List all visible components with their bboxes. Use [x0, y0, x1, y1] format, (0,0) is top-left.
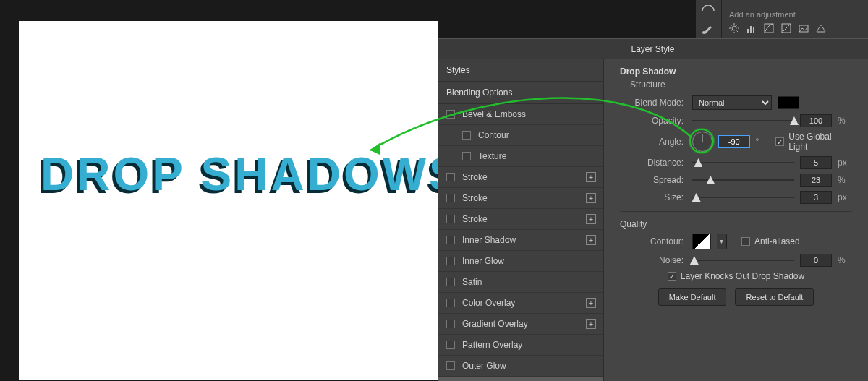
checkbox-icon[interactable]: [446, 236, 455, 244]
style-row-label: Satin: [462, 277, 482, 287]
annotation-highlight-ring: [689, 129, 714, 153]
style-row-contour[interactable]: Contour: [438, 125, 603, 146]
levels-icon[interactable]: [746, 23, 757, 33]
shadow-color-swatch[interactable]: [778, 96, 799, 109]
style-row-satin[interactable]: Satin: [438, 272, 603, 293]
checkbox-icon[interactable]: [462, 152, 471, 160]
spread-unit: %: [838, 175, 852, 185]
noise-label: Noise:: [620, 255, 692, 265]
checkbox-icon: [775, 137, 784, 146]
adjustments-panel: Add an adjustment: [696, 0, 868, 40]
svg-rect-13: [765, 24, 773, 33]
style-row-label: Outer Glow: [462, 361, 506, 371]
use-global-light-checkbox[interactable]: Use Global Light: [775, 132, 852, 152]
noise-slider[interactable]: [692, 255, 794, 265]
style-row-drop-shadow[interactable]: Drop Shadow+: [438, 377, 603, 381]
svg-point-0: [702, 31, 705, 34]
angle-unit: °: [756, 137, 770, 147]
dialog-title: Layer Style: [438, 39, 868, 59]
add-effect-icon[interactable]: +: [586, 235, 596, 245]
anti-aliased-checkbox[interactable]: Anti-aliased: [741, 236, 800, 247]
style-row-inner-glow[interactable]: Inner Glow: [438, 251, 603, 272]
style-row-label: Bevel & Emboss: [462, 109, 526, 119]
style-row-stroke[interactable]: Stroke+: [438, 209, 603, 230]
style-row-stroke[interactable]: Stroke+: [438, 167, 603, 188]
size-value[interactable]: 3: [800, 191, 832, 204]
distance-label: Distance:: [620, 158, 692, 168]
canvas: DROP SHADOWS: [19, 21, 438, 380]
style-row-texture[interactable]: Texture: [438, 146, 603, 167]
add-effect-icon[interactable]: +: [586, 298, 596, 308]
distance-slider[interactable]: [692, 158, 794, 168]
checkbox-icon[interactable]: [446, 257, 455, 265]
quality-label: Quality: [620, 219, 852, 229]
add-effect-icon[interactable]: +: [586, 214, 596, 224]
style-row-label: Texture: [478, 151, 506, 161]
contour-dropdown-icon[interactable]: ▾: [717, 234, 727, 249]
contour-label: Contour:: [620, 236, 692, 247]
curves-icon[interactable]: [764, 23, 774, 33]
style-row-label: Inner Glow: [462, 256, 504, 266]
add-effect-icon[interactable]: +: [586, 172, 596, 182]
svg-rect-11: [750, 26, 752, 33]
half-circle-icon[interactable]: [702, 3, 715, 9]
svg-rect-10: [747, 29, 749, 33]
distance-value[interactable]: 5: [800, 156, 832, 169]
style-row-color-overlay[interactable]: Color Overlay+: [438, 293, 603, 314]
style-row-outer-glow[interactable]: Outer Glow: [438, 356, 603, 377]
style-row-gradient-overlay[interactable]: Gradient Overlay+: [438, 314, 603, 335]
layer-knocks-out-checkbox[interactable]: Layer Knocks Out Drop Shadow: [668, 271, 804, 281]
blending-options[interactable]: Blending Options: [438, 82, 603, 104]
checkbox-icon: [741, 237, 750, 246]
add-effect-icon[interactable]: +: [586, 319, 596, 329]
checkbox-icon[interactable]: [446, 110, 455, 119]
checkbox-icon[interactable]: [446, 299, 455, 307]
style-row-label: Inner Shadow: [462, 235, 516, 245]
make-default-button[interactable]: Make Default: [658, 288, 727, 306]
svg-line-9: [737, 25, 739, 26]
triangle-icon[interactable]: [816, 23, 826, 33]
distance-unit: px: [838, 158, 852, 168]
checkbox-icon[interactable]: [462, 131, 471, 140]
style-row-label: Stroke: [462, 214, 488, 224]
reset-default-button[interactable]: Reset to Default: [735, 288, 814, 306]
checkbox-icon[interactable]: [446, 194, 455, 202]
spread-value[interactable]: 23: [800, 174, 832, 187]
checkbox-icon[interactable]: [446, 320, 455, 328]
style-row-stroke[interactable]: Stroke+: [438, 188, 603, 209]
noise-unit: %: [838, 255, 852, 265]
style-row-inner-shadow[interactable]: Inner Shadow+: [438, 230, 603, 251]
add-effect-icon[interactable]: +: [586, 193, 596, 203]
size-slider[interactable]: [692, 192, 794, 202]
checkbox-icon: [668, 272, 676, 281]
spread-slider[interactable]: [692, 175, 794, 185]
checkbox-icon[interactable]: [446, 215, 455, 223]
checkbox-icon[interactable]: [446, 341, 455, 349]
contour-swatch[interactable]: [692, 234, 711, 249]
style-row-pattern-overlay[interactable]: Pattern Overlay: [438, 335, 603, 356]
checkbox-icon[interactable]: [446, 278, 455, 286]
blend-mode-select[interactable]: Normal: [692, 95, 772, 110]
opacity-label: Opacity:: [620, 116, 692, 126]
svg-rect-12: [753, 27, 754, 33]
canvas-text: DROP SHADOWS: [41, 147, 463, 201]
svg-line-8: [731, 31, 732, 33]
style-row-label: Gradient Overlay: [462, 319, 528, 329]
brush-icon[interactable]: [702, 22, 715, 35]
svg-point-1: [732, 26, 736, 30]
svg-line-15: [782, 24, 791, 33]
size-unit: px: [838, 192, 852, 202]
exposure-icon[interactable]: [781, 23, 791, 33]
opacity-value[interactable]: 100: [800, 114, 832, 127]
photo-filter-icon[interactable]: [799, 23, 809, 33]
checkbox-icon[interactable]: [446, 361, 455, 370]
layer-style-dialog: Layer Style Styles Blending Options Beve…: [438, 38, 868, 381]
styles-header[interactable]: Styles: [438, 59, 603, 82]
opacity-slider[interactable]: [692, 116, 794, 126]
noise-value[interactable]: 0: [800, 254, 832, 267]
drop-shadow-settings: Drop Shadow Structure Blend Mode: Normal…: [604, 59, 868, 381]
style-row-bevel-emboss[interactable]: Bevel & Emboss: [438, 104, 603, 125]
sun-icon[interactable]: [729, 23, 739, 33]
angle-value[interactable]: -90: [718, 135, 750, 148]
checkbox-icon[interactable]: [446, 173, 455, 181]
